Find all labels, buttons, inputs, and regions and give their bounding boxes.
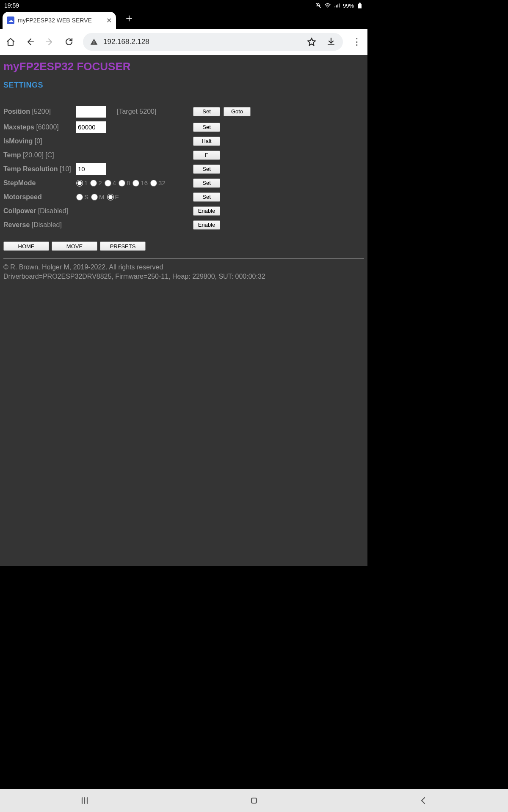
download-icon[interactable] bbox=[326, 37, 336, 47]
motorspeed-radios: S M F bbox=[76, 193, 193, 200]
separator bbox=[3, 258, 364, 259]
stepmode-label: StepMode bbox=[3, 179, 36, 187]
stepmode-radios: 1 2 4 8 16 32 bbox=[76, 179, 193, 187]
stepmode-radio-4[interactable] bbox=[105, 180, 111, 187]
overflow-menu-icon[interactable]: ⋮ bbox=[351, 36, 362, 47]
reverse-value: [Disabled] bbox=[32, 221, 62, 228]
maxsteps-input[interactable] bbox=[76, 121, 106, 133]
halt-button[interactable]: Halt bbox=[193, 137, 220, 146]
coilpower-value: [Disabled] bbox=[38, 207, 68, 214]
motorspeed-opt-s: S bbox=[84, 193, 88, 200]
motorspeed-opt-f: F bbox=[115, 193, 119, 200]
nav-buttons: HOME MOVE PRESETS bbox=[3, 241, 364, 251]
tempres-input[interactable] bbox=[76, 163, 106, 175]
position-target: [Target 5200] bbox=[117, 108, 193, 115]
motorspeed-radio-m[interactable] bbox=[91, 194, 98, 200]
reload-icon[interactable] bbox=[64, 36, 75, 47]
temp-unit-button[interactable]: F bbox=[193, 151, 220, 160]
status-icons: 99% bbox=[315, 2, 363, 9]
reverse-label: Reverse bbox=[3, 221, 30, 228]
stepmode-opt-1: 1 bbox=[84, 179, 88, 187]
bookmark-icon[interactable] bbox=[306, 37, 317, 47]
stepmode-opt-4: 4 bbox=[113, 179, 116, 187]
battery-percent: 99% bbox=[343, 3, 354, 9]
ismoving-label: IsMoving bbox=[3, 137, 33, 145]
position-set-button[interactable]: Set bbox=[193, 107, 220, 116]
tempres-set-button[interactable]: Set bbox=[193, 165, 220, 174]
stepmode-opt-2: 2 bbox=[98, 179, 102, 187]
position-input[interactable] bbox=[76, 106, 106, 118]
footer-line1: © R. Brown, Holger M, 2019-2022. All rig… bbox=[3, 263, 364, 272]
position-value: [5200] bbox=[32, 108, 51, 115]
android-status-bar: 19:59 99% bbox=[0, 0, 367, 11]
motorspeed-opt-m: M bbox=[99, 193, 105, 200]
home-button[interactable]: HOME bbox=[3, 241, 49, 251]
position-label: Position bbox=[3, 108, 30, 115]
footer: © R. Brown, Holger M, 2019-2022. All rig… bbox=[3, 263, 364, 281]
coilpower-label: Coilpower bbox=[3, 207, 36, 214]
close-tab-icon[interactable]: ✕ bbox=[106, 16, 112, 25]
tab-strip: ☁ myFP2ESP32 WEB SERVE ✕ ＋ bbox=[0, 11, 367, 29]
favicon-icon: ☁ bbox=[7, 16, 14, 24]
stepmode-radio-32[interactable] bbox=[150, 180, 157, 187]
svg-rect-1 bbox=[94, 43, 94, 44]
wifi-icon bbox=[324, 2, 331, 9]
maxsteps-value: [60000] bbox=[36, 123, 58, 131]
forward-icon[interactable] bbox=[44, 36, 55, 47]
back-icon[interactable] bbox=[25, 36, 36, 47]
position-goto-button[interactable]: Goto bbox=[224, 107, 251, 116]
maxsteps-set-button[interactable]: Set bbox=[193, 123, 220, 132]
stepmode-opt-16: 16 bbox=[141, 179, 148, 187]
motorspeed-radio-s[interactable] bbox=[76, 194, 83, 200]
browser-toolbar: 192.168.2.128 ⋮ bbox=[0, 29, 367, 55]
stepmode-radio-8[interactable] bbox=[119, 180, 125, 187]
status-time: 19:59 bbox=[4, 2, 19, 9]
stepmode-opt-8: 8 bbox=[127, 179, 130, 187]
presets-button[interactable]: PRESETS bbox=[100, 241, 146, 251]
signal-icon bbox=[334, 2, 340, 9]
move-button[interactable]: MOVE bbox=[52, 241, 97, 251]
mute-icon bbox=[315, 2, 322, 9]
new-tab-button[interactable]: ＋ bbox=[124, 11, 135, 29]
stepmode-radio-2[interactable] bbox=[90, 180, 97, 187]
motorspeed-label: Motorspeed bbox=[3, 193, 42, 200]
ismoving-value: [0] bbox=[35, 137, 42, 145]
page-content: myFP2ESP32 FOCUSER SETTINGS Position [52… bbox=[0, 55, 367, 566]
settings-form: Position [5200] [Target 5200] Set Goto M… bbox=[3, 105, 364, 281]
temp-label: Temp bbox=[3, 151, 21, 159]
motorspeed-set-button[interactable]: Set bbox=[193, 192, 220, 202]
url-bar[interactable]: 192.168.2.128 bbox=[83, 33, 343, 51]
temp-value: [20.00] [C] bbox=[23, 151, 54, 159]
page-title: myFP2ESP32 FOCUSER bbox=[3, 60, 364, 73]
tab-title: myFP2ESP32 WEB SERVE bbox=[18, 17, 103, 24]
home-icon[interactable] bbox=[5, 36, 16, 47]
browser-chrome: ☁ myFP2ESP32 WEB SERVE ✕ ＋ 192.168.2.128… bbox=[0, 11, 367, 55]
maxsteps-label: Maxsteps bbox=[3, 123, 34, 131]
not-secure-icon bbox=[90, 38, 98, 46]
svg-rect-0 bbox=[94, 41, 94, 43]
coilpower-enable-button[interactable]: Enable bbox=[193, 206, 220, 216]
stepmode-radio-16[interactable] bbox=[133, 180, 139, 187]
reverse-enable-button[interactable]: Enable bbox=[193, 220, 220, 230]
footer-line2: Driverboard=PRO2ESP32DRV8825, Firmware=2… bbox=[3, 272, 364, 281]
tempres-label: Temp Resolution bbox=[3, 165, 58, 173]
motorspeed-radio-f[interactable] bbox=[107, 194, 114, 200]
url-text: 192.168.2.128 bbox=[103, 38, 149, 46]
browser-tab[interactable]: ☁ myFP2ESP32 WEB SERVE ✕ bbox=[3, 12, 116, 29]
stepmode-set-button[interactable]: Set bbox=[193, 178, 220, 188]
battery-icon bbox=[356, 2, 363, 9]
stepmode-radio-1[interactable] bbox=[76, 180, 83, 187]
stepmode-opt-32: 32 bbox=[158, 179, 166, 187]
page-subtitle: SETTINGS bbox=[3, 81, 364, 90]
tempres-value: [10] bbox=[60, 165, 71, 173]
